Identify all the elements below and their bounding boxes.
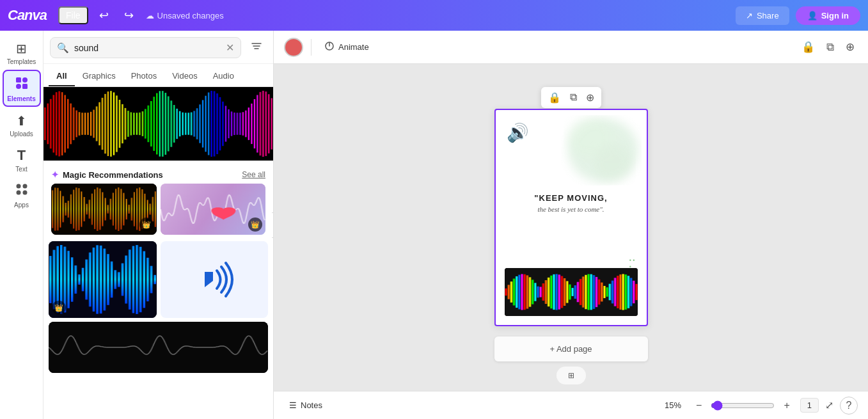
canvas-area: Animate 🔒 ⧉ ⊕ 🔒 ⧉ ⊕	[274, 31, 868, 419]
notes-icon: ☰	[289, 400, 297, 410]
zoom-controls: 15% − +	[665, 398, 794, 413]
add-section-button[interactable]: ⊕	[842, 37, 858, 57]
search-icon: 🔍	[57, 42, 69, 54]
elements-label: Elements	[7, 95, 35, 102]
tab-graphics[interactable]: Graphics	[75, 67, 123, 86]
show-pages-icon: ⊞	[568, 371, 574, 380]
card-sound-icon: 🔊	[505, 119, 532, 146]
file-menu-button[interactable]: File	[58, 6, 88, 24]
notes-button[interactable]: ☰ Notes	[284, 398, 327, 413]
color-swatch[interactable]	[284, 38, 303, 57]
page-number: 1	[800, 398, 819, 413]
see-all-link[interactable]: See all	[242, 170, 265, 179]
search-box[interactable]: 🔍 ✕	[50, 37, 241, 58]
sidebar-item-text[interactable]: T Text	[3, 142, 41, 176]
zoom-percent: 15%	[665, 400, 687, 410]
svg-point-6	[16, 191, 20, 195]
show-pages-button[interactable]: ⊞	[556, 367, 586, 384]
quote-sub-text: the best is yet to come".	[505, 205, 638, 213]
svg-point-5	[22, 184, 27, 189]
notes-label: Notes	[301, 400, 322, 410]
apps-icon	[15, 182, 29, 200]
add-page-button[interactable]: + Add page	[494, 336, 648, 361]
card-actions: 🔒 ⧉ ⊕	[541, 87, 601, 108]
crown-badge-1: 👑	[139, 217, 154, 232]
templates-icon: ⊞	[16, 41, 27, 56]
tab-all[interactable]: All	[49, 67, 75, 86]
magic-recommendations-header: ✦ Magic Recommendations See all	[43, 164, 273, 184]
zoom-in-button[interactable]: +	[780, 398, 793, 413]
templates-label: Templates	[7, 58, 36, 65]
fullscreen-button[interactable]: ⤢	[825, 399, 833, 411]
clear-search-icon[interactable]: ✕	[226, 42, 234, 54]
uploads-label: Uploads	[10, 130, 33, 138]
panel-grid: 👑	[43, 241, 273, 378]
magic-rec-title: ✦ Magic Recommendations	[51, 170, 163, 180]
duplicate-button[interactable]: ⧉	[823, 38, 837, 57]
waveform-banner[interactable]: /* generated via JS below */	[43, 87, 273, 161]
uploads-icon: ⬆	[16, 113, 27, 129]
panel-content: /* generated via JS below */ ✦ Magic Rec…	[43, 87, 273, 419]
waveform-canvas	[43, 87, 273, 161]
sidebar-item-templates[interactable]: ⊞ Templates	[3, 36, 41, 68]
add-card-icon[interactable]: ⊕	[584, 90, 596, 106]
svg-rect-2	[16, 84, 21, 89]
tab-audio[interactable]: Audio	[205, 67, 242, 86]
lock-button[interactable]: 🔒	[798, 37, 818, 57]
share-icon: ↗	[746, 11, 753, 20]
sidebar-item-elements[interactable]: Elements	[3, 70, 41, 107]
canvas-toolbar-right: 🔒 ⧉ ⊕	[798, 37, 858, 57]
watercolor-blob	[558, 115, 642, 186]
magic-star-icon: ✦	[51, 170, 59, 180]
svg-rect-3	[22, 84, 28, 89]
unsaved-status: ☁ Unsaved changes	[146, 11, 224, 20]
share-button[interactable]: ↗ Share	[736, 6, 789, 25]
grid-item-3-canvas	[49, 322, 268, 373]
search-row: 🔍 ✕	[43, 31, 273, 64]
quote-main-text: "KEEP MOVING,	[505, 193, 638, 203]
elements-icon	[15, 76, 29, 93]
search-input[interactable]	[74, 43, 221, 53]
canva-logo: Canva	[8, 7, 47, 24]
animate-svg-icon	[324, 41, 335, 51]
sidebar-item-apps[interactable]: Apps	[3, 177, 41, 212]
crown-badge-2: 👑	[248, 217, 262, 232]
grid-item-3[interactable]	[49, 322, 268, 373]
card-waveform-box	[505, 268, 638, 316]
svg-point-7	[22, 191, 27, 195]
text-icon: T	[17, 147, 26, 164]
sidebar-item-uploads[interactable]: ⬆ Uploads	[3, 108, 41, 141]
rec-thumb-1[interactable]: 👑	[51, 184, 157, 235]
svg-point-4	[16, 184, 20, 189]
zoom-slider[interactable]	[711, 400, 775, 411]
filter-icon	[251, 40, 262, 52]
tab-photos[interactable]: Photos	[123, 67, 164, 86]
main-area: ⊞ Templates Elements ⬆ Uploads T Text	[0, 31, 868, 419]
canvas-toolbar: Animate 🔒 ⧉ ⊕	[274, 31, 868, 64]
design-card[interactable]: 🔊 "KEEP MOVING, the best is yet to come"…	[494, 109, 648, 326]
redo-button[interactable]: ↪	[120, 6, 138, 25]
help-button[interactable]: ?	[840, 397, 858, 415]
rec-thumb-2[interactable]: 👑	[161, 184, 266, 235]
apps-label: Apps	[14, 202, 29, 209]
grid-item-1[interactable]: 👑	[49, 241, 157, 318]
svg-rect-1	[22, 77, 28, 83]
copy-card-icon[interactable]: ⧉	[568, 90, 579, 106]
unsaved-icon: ☁	[146, 11, 154, 20]
unsaved-text: Unsaved changes	[157, 11, 224, 20]
sidebar: ⊞ Templates Elements ⬆ Uploads T Text	[0, 31, 43, 419]
toolbar-divider	[311, 39, 312, 56]
tab-videos[interactable]: Videos	[164, 67, 205, 86]
animate-button[interactable]: Animate	[319, 38, 374, 56]
canvas-scroll[interactable]: 🔒 ⧉ ⊕	[274, 64, 868, 391]
panel-tabs: All Graphics Photos Videos Audio	[43, 64, 273, 87]
topbar: Canva File ↩ ↪ ☁ Unsaved changes ↗ Share…	[0, 0, 868, 31]
lock-card-icon[interactable]: 🔒	[546, 90, 563, 106]
bottom-toolbar: ☰ Notes 15% − + 1 ⤢ ?	[274, 391, 868, 419]
zoom-out-button[interactable]: −	[692, 398, 706, 413]
filter-button[interactable]	[246, 37, 267, 58]
undo-button[interactable]: ↩	[95, 6, 113, 25]
animate-label: Animate	[338, 42, 369, 52]
grid-item-2[interactable]	[161, 241, 269, 318]
signin-button[interactable]: 👤 Sign in	[796, 6, 860, 25]
